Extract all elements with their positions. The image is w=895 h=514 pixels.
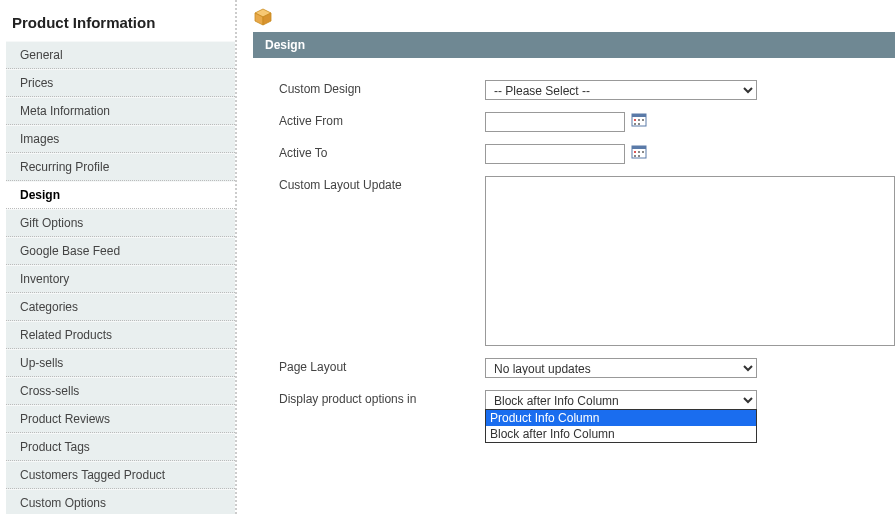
page-layout-select[interactable]: No layout updates bbox=[485, 358, 757, 378]
display-options-option[interactable]: Product Info Column bbox=[486, 410, 756, 426]
sidebar-item-google-base-feed[interactable]: Google Base Feed bbox=[6, 237, 235, 265]
svg-rect-5 bbox=[634, 119, 636, 121]
field-page-layout: Page Layout No layout updates bbox=[279, 352, 895, 384]
svg-rect-12 bbox=[634, 151, 636, 153]
sidebar-item-product-reviews[interactable]: Product Reviews bbox=[6, 405, 235, 433]
display-options-option[interactable]: Block after Info Column bbox=[486, 426, 756, 442]
sidebar-item-customers-tagged-product[interactable]: Customers Tagged Product bbox=[6, 461, 235, 489]
svg-rect-6 bbox=[638, 119, 640, 121]
panel-title: Design bbox=[253, 32, 895, 58]
display-options-select[interactable]: Block after Info Column bbox=[485, 390, 757, 410]
field-active-from: Active From bbox=[279, 106, 895, 138]
sidebar-title: Product Information bbox=[6, 10, 235, 41]
svg-rect-9 bbox=[638, 123, 640, 125]
calendar-icon[interactable] bbox=[631, 144, 647, 160]
svg-rect-7 bbox=[642, 119, 644, 121]
sidebar-item-product-tags[interactable]: Product Tags bbox=[6, 433, 235, 461]
display-options-label: Display product options in bbox=[279, 390, 485, 406]
sidebar-item-inventory[interactable]: Inventory bbox=[6, 265, 235, 293]
sidebar-item-categories[interactable]: Categories bbox=[6, 293, 235, 321]
custom-layout-update-textarea[interactable] bbox=[485, 176, 895, 346]
active-to-label: Active To bbox=[279, 144, 485, 160]
sidebar-item-general[interactable]: General bbox=[6, 41, 235, 69]
sidebar-item-related-products[interactable]: Related Products bbox=[6, 321, 235, 349]
svg-rect-8 bbox=[634, 123, 636, 125]
main-content: Design Custom Design -- Please Select --… bbox=[237, 0, 895, 514]
product-box-icon bbox=[253, 8, 273, 26]
sidebar-item-custom-options[interactable]: Custom Options bbox=[6, 489, 235, 514]
svg-rect-14 bbox=[642, 151, 644, 153]
svg-rect-16 bbox=[638, 155, 640, 157]
svg-rect-13 bbox=[638, 151, 640, 153]
sidebar-item-design[interactable]: Design bbox=[6, 181, 235, 209]
field-active-to: Active To bbox=[279, 138, 895, 170]
active-from-label: Active From bbox=[279, 112, 485, 128]
field-custom-layout-update: Custom Layout Update bbox=[279, 170, 895, 352]
sidebar-item-cross-sells[interactable]: Cross-sells bbox=[6, 377, 235, 405]
sidebar-item-meta-information[interactable]: Meta Information bbox=[6, 97, 235, 125]
svg-rect-11 bbox=[632, 146, 646, 149]
field-display-options: Display product options in Block after I… bbox=[279, 384, 895, 416]
active-from-input[interactable] bbox=[485, 112, 625, 132]
sidebar: Product Information GeneralPricesMeta In… bbox=[0, 0, 237, 514]
display-options-dropdown: Product Info ColumnBlock after Info Colu… bbox=[485, 409, 757, 443]
field-custom-design: Custom Design -- Please Select -- bbox=[279, 74, 895, 106]
active-to-input[interactable] bbox=[485, 144, 625, 164]
sidebar-item-up-sells[interactable]: Up-sells bbox=[6, 349, 235, 377]
sidebar-item-images[interactable]: Images bbox=[6, 125, 235, 153]
svg-rect-4 bbox=[632, 114, 646, 117]
sidebar-item-recurring-profile[interactable]: Recurring Profile bbox=[6, 153, 235, 181]
page-layout-label: Page Layout bbox=[279, 358, 485, 374]
svg-rect-15 bbox=[634, 155, 636, 157]
custom-design-select[interactable]: -- Please Select -- bbox=[485, 80, 757, 100]
custom-design-label: Custom Design bbox=[279, 80, 485, 96]
sidebar-item-gift-options[interactable]: Gift Options bbox=[6, 209, 235, 237]
design-panel: Design Custom Design -- Please Select --… bbox=[253, 32, 895, 416]
sidebar-item-prices[interactable]: Prices bbox=[6, 69, 235, 97]
custom-layout-update-label: Custom Layout Update bbox=[279, 176, 485, 192]
sidebar-tabs: GeneralPricesMeta InformationImagesRecur… bbox=[6, 41, 235, 514]
calendar-icon[interactable] bbox=[631, 112, 647, 128]
